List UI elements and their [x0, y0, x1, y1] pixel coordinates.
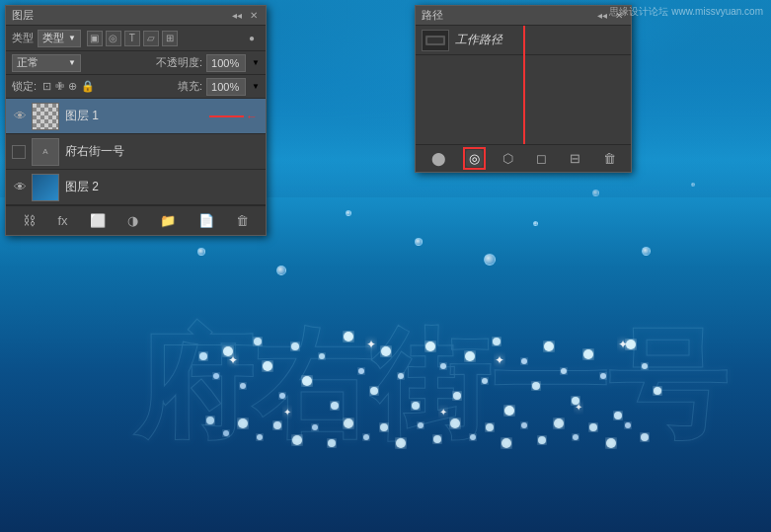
layer-text-thumb-inner: A [33, 139, 58, 165]
layers-panel-controls: ◂◂ ✕ [230, 10, 260, 21]
fill-chevron: ▼ [252, 82, 260, 91]
layer-text-eye-placeholder [12, 145, 26, 159]
lock-move-icon[interactable]: ✙ [55, 80, 64, 93]
svg-rect-70 [427, 38, 443, 43]
eye-icon-2: 👁 [14, 180, 27, 194]
lock-artboard-icon[interactable]: ⊕ [68, 80, 77, 93]
bubble-deco [691, 183, 695, 187]
lock-all-icon[interactable]: 🔒 [81, 80, 95, 93]
path-to-selection-btn[interactable]: ◻ [533, 150, 550, 167]
fill-label: 填充: [178, 79, 202, 94]
layer-item-2[interactable]: 👁 图层 2 [6, 170, 266, 205]
layers-panel-title: 图层 [12, 8, 34, 23]
bubble-deco [533, 221, 538, 226]
lock-row: 锁定: ⊡ ✙ ⊕ 🔒 填充: 100% ▼ [6, 75, 266, 99]
blend-chevron: ▼ [68, 58, 76, 67]
eye-icon-1: 👁 [14, 109, 27, 123]
add-mask-btn[interactable]: ⊟ [567, 150, 583, 167]
blend-mode-dropdown[interactable]: 正常 ▼ [12, 54, 81, 72]
path-preview [423, 31, 448, 50]
paths-empty-space [416, 55, 631, 139]
paths-panel-title: 路径 [422, 8, 443, 23]
delete-layer-btn[interactable]: 🗑 [232, 211, 253, 230]
filter-adjust-icon[interactable]: ◎ [106, 31, 121, 46]
fill-path-btn[interactable]: ⬤ [428, 150, 449, 167]
layer-2-blue-thumb [33, 175, 58, 200]
path-work-thumb [422, 30, 449, 51]
lock-icons-group: ⊡ ✙ ⊕ 🔒 [42, 80, 95, 93]
opacity-value[interactable]: 100% [206, 54, 246, 72]
filter-pixel-icon[interactable]: ▣ [87, 31, 103, 46]
paths-list: 工作路径 [416, 26, 631, 144]
link-layers-btn[interactable]: ⛓ [19, 211, 39, 230]
stroke-path-btn-wrapper: ◎ [466, 150, 483, 167]
bubble-deco [276, 266, 286, 275]
layer-1-thumb [32, 103, 59, 130]
layer-2-name: 图层 2 [65, 179, 262, 195]
fill-row: 填充: 100% ▼ [178, 78, 260, 96]
filter-dropdown-value: 类型 [42, 31, 64, 45]
blend-row: 正常 ▼ 不透明度: 100% ▼ [6, 51, 266, 75]
bubble-deco [592, 190, 599, 196]
opacity-chevron: ▼ [252, 58, 260, 67]
selection-to-path-btn[interactable]: ⬡ [500, 150, 516, 167]
text-layer-icon: A [42, 147, 47, 156]
layer-1-indicator: ← [209, 110, 258, 123]
fill-value[interactable]: 100% [206, 78, 246, 96]
layers-panel-footer: ⛓ fx ⬜ ◑ 📁 📄 🗑 [6, 205, 266, 235]
layer-text-name: 府右街一号 [65, 143, 262, 160]
mask-btn[interactable]: ⬜ [86, 211, 110, 230]
paths-content: 工作路径 ⬤ ◎ ⬡ ◻ ⊟ 🗑 [416, 26, 631, 172]
layers-list: 👁 图层 1 ← A 府右街一号 [6, 99, 266, 205]
lock-label: 锁定: [12, 79, 37, 94]
fx-btn[interactable]: fx [53, 211, 71, 230]
layer-item-1[interactable]: 👁 图层 1 ← [6, 99, 266, 134]
layers-panel-titlebar: 图层 ◂◂ ✕ [6, 6, 266, 26]
panel-collapse-btn[interactable]: ◂◂ [230, 10, 244, 21]
bubble-deco [346, 210, 351, 216]
bubble-deco [484, 254, 496, 266]
adjustment-btn[interactable]: ◑ [123, 211, 142, 230]
filter-shape-icon[interactable]: ▱ [143, 31, 159, 46]
filter-chevron: ▼ [68, 34, 76, 42]
delete-path-btn[interactable]: 🗑 [600, 150, 619, 167]
layer-1-visibility[interactable]: 👁 [10, 107, 30, 126]
layer-item-text[interactable]: A 府右街一号 [6, 134, 266, 170]
layer-2-thumb [32, 174, 59, 201]
filter-icons-group: ▣ ◎ T ▱ ⊞ [87, 31, 178, 46]
layer-text-thumb: A [32, 138, 59, 166]
filter-label: 类型 [12, 31, 34, 45]
layer-2-visibility[interactable]: 👁 [10, 178, 30, 197]
lock-pixel-icon[interactable]: ⊡ [42, 80, 51, 93]
filter-smart-icon[interactable]: ⊞ [162, 31, 178, 46]
layer-text-visibility[interactable] [10, 142, 30, 162]
red-arrow-line [209, 115, 244, 117]
new-layer-btn[interactable]: 📄 [194, 211, 218, 230]
filter-text-icon[interactable]: T [124, 31, 140, 46]
blend-mode-value: 正常 [17, 55, 39, 70]
stroke-path-btn[interactable]: ◎ [466, 150, 483, 167]
paths-panel: 路径 ◂◂ ✕ 工作路径 [415, 5, 632, 173]
opacity-label: 不透明度: [156, 55, 202, 70]
layers-panel: 图层 ◂◂ ✕ 类型 类型 ▼ ▣ ◎ T ▱ ⊞ ● 正常 ▼ 不透明度: 1… [5, 5, 267, 236]
panel-close-btn[interactable]: ✕ [248, 10, 260, 21]
path-item-work[interactable]: 工作路径 [416, 26, 631, 55]
filter-dropdown[interactable]: 类型 ▼ [38, 30, 81, 47]
paths-panel-titlebar: 路径 ◂◂ ✕ [416, 6, 631, 26]
filter-toggle[interactable]: ● [244, 31, 260, 46]
red-arrow-head: ← [246, 110, 258, 123]
folder-btn[interactable]: 📁 [156, 211, 180, 230]
path-preview-svg [424, 33, 447, 48]
path-work-name: 工作路径 [455, 32, 502, 48]
bubble-deco [415, 238, 423, 246]
paths-collapse-btn[interactable]: ◂◂ [595, 10, 609, 21]
paths-footer: ⬤ ◎ ⬡ ◻ ⊟ 🗑 [416, 144, 631, 172]
layer-1-checkered [33, 104, 58, 129]
opacity-row: 不透明度: 100% ▼ [156, 54, 260, 72]
bubble-deco [642, 247, 651, 256]
watermark-text: 思缘设计论坛 www.missvyuan.com [609, 5, 763, 19]
bubble-deco [197, 248, 205, 256]
layers-filter-row: 类型 类型 ▼ ▣ ◎ T ▱ ⊞ ● [6, 26, 266, 51]
